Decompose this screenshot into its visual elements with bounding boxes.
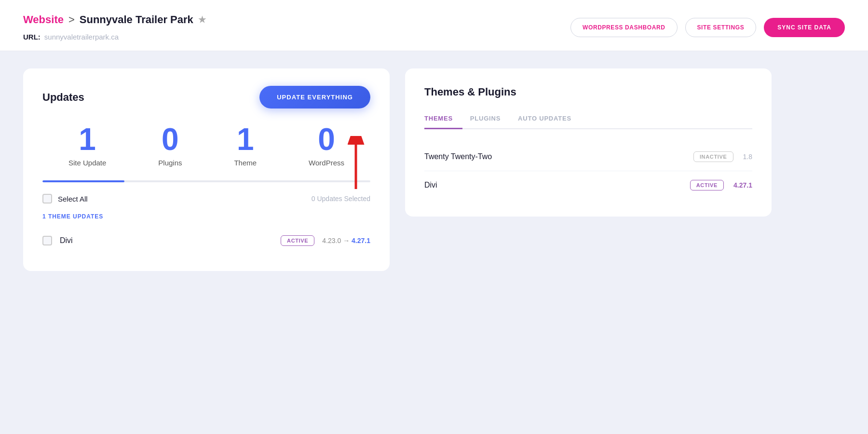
theme-name-divi: Divi: [424, 181, 690, 190]
url-label: URL:: [23, 33, 41, 41]
stat-plugins: 0 Plugins: [158, 124, 182, 167]
stat-theme-label: Theme: [234, 159, 257, 167]
header: Website > Sunnyvale Trailer Park ★ URL: …: [0, 0, 868, 51]
header-actions: WORDPRESS DASHBOARD SITE SETTINGS SYNC S…: [570, 18, 845, 37]
select-all-row: Select All 0 Updates Selected: [42, 194, 370, 203]
updates-title: Updates: [42, 91, 84, 104]
main-content: Updates UPDATE EVERYTHING 1 Site Update …: [0, 51, 868, 288]
select-all-label: Select All: [58, 195, 88, 203]
breadcrumb-separator: >: [68, 14, 75, 26]
stat-theme: 1 Theme: [234, 124, 257, 167]
updates-selected-count: 0 Updates Selected: [312, 195, 370, 203]
theme-badge-active-divi: ACTIVE: [690, 180, 724, 190]
update-item-divi-version: 4.23.0 → 4.27.1: [322, 237, 370, 244]
tab-auto-updates[interactable]: AUTO UPDATES: [518, 110, 581, 129]
updates-panel: Updates UPDATE EVERYTHING 1 Site Update …: [23, 68, 390, 271]
updates-progress-bar-container: [42, 180, 370, 182]
stat-site-update-number: 1: [79, 124, 96, 155]
stat-wordpress: 0 WordPress: [309, 124, 344, 167]
tab-themes[interactable]: THEMES: [424, 110, 462, 129]
themes-plugins-tabs: THEMES PLUGINS AUTO UPDATES: [424, 110, 752, 129]
breadcrumb-site-name: Sunnyvale Trailer Park: [80, 14, 193, 26]
select-all-left: Select All: [42, 194, 88, 203]
url-value: sunnyvaletrailerpark.ca: [44, 33, 119, 41]
tab-plugins[interactable]: PLUGINS: [470, 110, 510, 129]
stat-theme-number: 1: [237, 124, 254, 155]
header-left: Website > Sunnyvale Trailer Park ★ URL: …: [23, 14, 206, 41]
theme-badge-inactive: INACTIVE: [693, 151, 733, 162]
stat-wordpress-label: WordPress: [309, 159, 344, 167]
stat-wordpress-number: 0: [318, 124, 335, 155]
breadcrumb: Website > Sunnyvale Trailer Park ★: [23, 14, 206, 26]
theme-version-divi: 4.27.1: [733, 181, 752, 189]
theme-row-divi: Divi ACTIVE 4.27.1: [424, 171, 752, 199]
site-settings-button[interactable]: SITE SETTINGS: [685, 18, 757, 37]
themes-plugins-panel: Themes & Plugins THEMES PLUGINS AUTO UPD…: [405, 68, 772, 217]
select-all-checkbox[interactable]: [42, 194, 52, 203]
theme-name-twenty-twenty-two: Twenty Twenty-Two: [424, 152, 693, 161]
breadcrumb-website-link[interactable]: Website: [23, 14, 64, 26]
url-row: URL: sunnyvaletrailerpark.ca: [23, 33, 206, 41]
favorite-star-icon[interactable]: ★: [198, 14, 206, 25]
updates-panel-header: Updates UPDATE EVERYTHING: [42, 86, 370, 108]
wordpress-dashboard-button[interactable]: WORDPRESS DASHBOARD: [570, 18, 677, 37]
theme-updates-section-label: 1 THEME UPDATES: [42, 213, 370, 220]
stat-site-update: 1 Site Update: [68, 124, 106, 167]
update-everything-button[interactable]: UPDATE EVERYTHING: [259, 86, 370, 108]
themes-plugins-title: Themes & Plugins: [424, 86, 752, 98]
stats-row: 1 Site Update 0 Plugins 1 Theme 0 WordPr…: [42, 124, 370, 167]
version-arrow: →: [343, 237, 350, 244]
update-item-divi-badge: ACTIVE: [281, 235, 314, 246]
version-from: 4.23.0: [322, 237, 341, 244]
theme-row-twenty-twenty-two: Twenty Twenty-Two INACTIVE 1.8: [424, 143, 752, 171]
stat-plugins-label: Plugins: [158, 159, 182, 167]
version-to: 4.27.1: [352, 237, 370, 244]
updates-progress-bar-fill: [42, 180, 124, 182]
update-item-divi: Divi ACTIVE 4.23.0 → 4.27.1: [42, 228, 370, 254]
stat-plugins-number: 0: [162, 124, 179, 155]
stat-site-update-label: Site Update: [68, 159, 106, 167]
theme-version-twenty-twenty-two: 1.8: [743, 153, 752, 161]
update-item-divi-checkbox[interactable]: [42, 236, 52, 245]
sync-site-data-button[interactable]: SYNC SITE DATA: [764, 18, 845, 37]
update-item-divi-name: Divi: [60, 236, 273, 245]
